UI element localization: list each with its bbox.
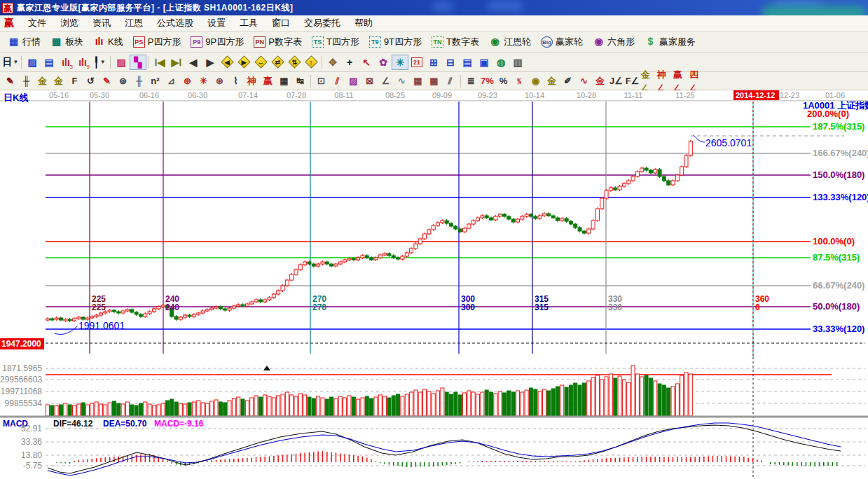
draw-wave-tool-icon[interactable]: ∿ <box>576 74 592 88</box>
draw-span-arrows-icon[interactable]: ↹ <box>292 74 308 88</box>
toolbar-t-square-button[interactable]: TST四方形 <box>307 33 364 51</box>
menu-江恩[interactable]: 江恩 <box>118 15 150 31</box>
draw-gold-circle-icon[interactable]: ◉ <box>528 74 544 88</box>
draw-k-notation-icon[interactable]: ⌇ <box>228 74 244 88</box>
draw-j-angle-icon[interactable]: J∠ <box>608 74 624 88</box>
draw-circle-a-icon[interactable]: ⊚ <box>115 74 131 88</box>
nav-pointer-mark-icon[interactable]: ↖ <box>358 55 375 70</box>
candle-up <box>321 262 324 264</box>
draw-red-pencil-icon[interactable]: ✎ <box>99 74 115 88</box>
toolbar-9t-square-button[interactable]: T99T四方形 <box>364 33 427 51</box>
toolbar-p-square-button[interactable]: PSP四方形 <box>128 33 186 51</box>
nav-gann-ai-icon[interactable]: ✳ <box>392 55 408 70</box>
draw-grid-box-icon[interactable]: ▩ <box>426 74 442 88</box>
toolbar-winner-wheel-button[interactable]: Big赢家轮 <box>536 33 588 51</box>
toolbar-gann-wheel-button[interactable]: ◉江恩轮 <box>484 33 536 51</box>
draw-percent-lines-icon[interactable]: ﹪ <box>511 74 528 88</box>
draw-shen-grid-icon[interactable]: 神 <box>244 74 260 88</box>
draw-f-angle-icon[interactable]: F∠ <box>624 74 640 88</box>
nav-last-bar-icon[interactable]: ▶Ⅰ <box>168 55 185 70</box>
nav-period-daily-icon[interactable]: 日▼ <box>2 55 19 70</box>
draw-gann-compass-icon[interactable]: ⊕ <box>179 74 195 88</box>
draw-four-angle-icon[interactable]: 四∠ <box>689 74 705 88</box>
candle-up <box>436 223 440 225</box>
draw-web-box-icon[interactable]: ⊠ <box>361 74 378 88</box>
menu-公式选股[interactable]: 公式选股 <box>150 15 200 31</box>
toolbar-p-number-table-button[interactable]: PNP数字表 <box>249 33 307 51</box>
nav-diamond-shift-left-icon[interactable]: ◀ <box>219 55 235 70</box>
menu-窗口[interactable]: 窗口 <box>265 15 297 31</box>
draw-box-select-icon[interactable]: ⊡ <box>313 74 329 88</box>
draw-comb-grid-icon[interactable]: ╫ <box>131 74 147 88</box>
draw-f-grid-icon[interactable]: F <box>67 74 83 88</box>
nav-info-list-icon[interactable]: ▤ <box>41 55 57 70</box>
draw-ruler-grid-icon[interactable]: ▦ <box>276 74 292 88</box>
volume-bar <box>219 402 222 416</box>
draw-gold-angle-icon[interactable]: 金∠ <box>640 74 656 88</box>
nav-ribbon-tool-icon[interactable]: ✿ <box>375 55 392 70</box>
draw-ink-brush-icon[interactable]: ✐ <box>560 74 576 88</box>
nav-diamond-expand-h-icon[interactable]: ↔ <box>252 55 269 70</box>
nav-prev-bar-icon[interactable]: ◀ <box>185 55 202 70</box>
nav-calendar-21-icon[interactable]: 21 <box>408 55 425 70</box>
nav-export-web-icon[interactable]: ◍ <box>492 55 509 70</box>
draw-volume-ladder-icon[interactable]: ≣ <box>463 74 479 88</box>
draw-n-square-icon[interactable]: n² <box>147 74 163 88</box>
draw-angle-mirror-icon[interactable]: ⊿ <box>163 74 179 88</box>
nav-first-bar-icon[interactable]: Ⅰ◀ <box>151 55 168 70</box>
nav-crosshair-icon[interactable]: + <box>341 55 358 70</box>
toolbar-kline-button[interactable]: ılıK线 <box>88 33 128 51</box>
nav-save-icon[interactable]: ▣ <box>476 55 492 70</box>
draw-gold-line-icon[interactable]: 金 <box>592 74 608 88</box>
menu-浏览[interactable]: 浏览 <box>53 15 85 31</box>
menu-文件[interactable]: 文件 <box>21 15 53 31</box>
toolbar-winner-service-button[interactable]: $赢家服务 <box>640 33 701 51</box>
nav-calculator-icon[interactable]: ⊞ <box>425 55 442 70</box>
nav-diamond-compress-v-icon[interactable]: ⇅ <box>286 55 303 70</box>
nav-candle-9-icon[interactable]: ılı9 <box>74 55 91 70</box>
nav-diamond-compress-h-icon[interactable]: ⇄ <box>269 55 286 70</box>
draw-spider-web-icon[interactable]: ⊛ <box>212 74 228 88</box>
draw-gold-grid-2-icon[interactable]: 金 <box>50 74 67 88</box>
draw-win-grid-icon[interactable]: 赢 <box>260 74 276 88</box>
draw-percent-icon[interactable]: % <box>495 74 511 88</box>
nav-abacus-icon[interactable]: ⊟ <box>442 55 459 70</box>
toolbar-quotes-button[interactable]: ▦行情 <box>3 33 46 51</box>
nav-print-report-icon[interactable]: ▥ <box>509 55 526 70</box>
draw-percent-7-icon[interactable]: 7% <box>479 74 495 88</box>
draw-time-grid-icon[interactable]: ╫ <box>18 74 34 88</box>
draw-gann-star-icon[interactable]: ✳ <box>195 74 212 88</box>
draw-win-angle-icon[interactable]: 赢∠ <box>673 74 689 88</box>
draw-pencil-icon[interactable]: ✎ <box>2 74 18 88</box>
menu-帮助[interactable]: 帮助 <box>347 15 380 31</box>
toolbar-sectors-button[interactable]: ▩板块 <box>46 33 88 51</box>
nav-sketch-box-icon[interactable]: ▨ <box>113 55 130 70</box>
draw-parallel-lines-icon[interactable]: ⫽ <box>442 74 458 88</box>
nav-volume-profile-icon[interactable]: ▚ <box>130 55 146 70</box>
menu-资讯[interactable]: 资讯 <box>85 15 118 31</box>
nav-window-zigzag-icon[interactable]: ▨ <box>24 55 41 70</box>
toolbar-9p-square-button[interactable]: P99P四方形 <box>186 33 249 51</box>
draw-angle-line-icon[interactable]: ∠ <box>378 74 394 88</box>
menu-设置[interactable]: 设置 <box>200 15 233 31</box>
draw-fan-box-icon[interactable]: ▨ <box>345 74 361 88</box>
nav-notes-icon[interactable]: ▤ <box>459 55 476 70</box>
menu-交易委托[interactable]: 交易委托 <box>297 15 347 31</box>
nav-diamond-expand-v-icon[interactable]: ↕ <box>303 55 319 70</box>
draw-ray-fan-icon[interactable]: ⫽ <box>329 74 345 88</box>
nav-diamond-shift-right-icon[interactable]: ▶ <box>235 55 252 70</box>
nav-candle-3-icon[interactable]: ılı3 <box>57 55 74 70</box>
nav-candle-style-icon[interactable]: ╿▼ <box>91 55 108 70</box>
nav-hand-drag-icon[interactable]: ✥ <box>324 55 341 70</box>
volume-bar <box>125 402 129 416</box>
draw-grid-dense-icon[interactable]: ▦ <box>410 74 426 88</box>
nav-next-bar-icon[interactable]: ▶ <box>202 55 219 70</box>
toolbar-t-number-table-button[interactable]: TNT数字表 <box>427 33 484 51</box>
draw-cycle-arc-icon[interactable]: ↺ <box>83 74 99 88</box>
draw-shen-angle-icon[interactable]: 神∠ <box>656 74 673 88</box>
toolbar-hexagon-button[interactable]: ◉六角形 <box>588 33 640 51</box>
menu-工具[interactable]: 工具 <box>233 15 265 31</box>
draw-gold-level-icon[interactable]: 金 <box>544 74 560 88</box>
draw-gold-grid-1-icon[interactable]: 金 <box>34 74 50 88</box>
draw-zigzag-line-icon[interactable]: ∿ <box>394 74 410 88</box>
